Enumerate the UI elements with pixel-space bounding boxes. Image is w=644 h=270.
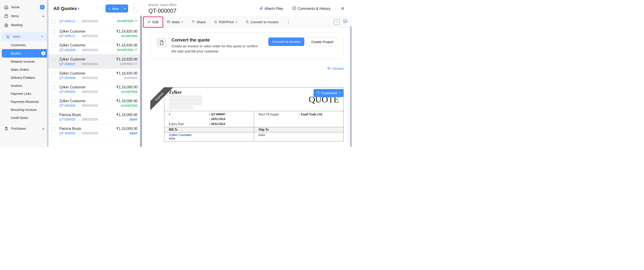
row-checkbox[interactable] <box>52 113 56 117</box>
quote-date: 28/02/2024 <box>82 34 98 38</box>
nav-delivery-challans[interactable]: Delivery Challans <box>11 74 48 82</box>
svg-point-16 <box>345 21 345 21</box>
nav-banking[interactable]: Banking <box>0 20 48 29</box>
caret-down-icon: ▼ <box>41 35 43 38</box>
detail-toolbar: Edit Mails ▼ Share PDF/Print ▼ <box>142 17 352 27</box>
comments-history-button[interactable]: Comments & History <box>292 6 330 11</box>
eye-icon <box>134 62 138 66</box>
quotes-list[interactable]: QT-000012|05/03/2024ACCEPTED Zylker Cust… <box>48 16 142 147</box>
pdf-print-button[interactable]: PDF/Print ▼ <box>210 17 242 27</box>
attach-files-button[interactable]: Attach Files <box>259 6 283 11</box>
list-scrollbar[interactable] <box>140 16 142 147</box>
svg-point-18 <box>327 67 330 69</box>
quote-row[interactable]: QT-000012|05/03/2024ACCEPTED <box>48 16 142 26</box>
bag-icon <box>4 126 8 131</box>
list-more-button[interactable]: ⋮ <box>130 4 138 12</box>
detail-body[interactable]: Convert the quote Create an invoice or s… <box>142 27 352 147</box>
viewed-indicator: Viewed <box>150 66 344 71</box>
customize-button[interactable]: Customize ▼ <box>314 89 344 97</box>
nav-purchases[interactable]: Purchases ▶ <box>0 124 48 133</box>
row-checkbox[interactable] <box>52 30 56 34</box>
quote-row[interactable]: Patricia Boyle₹1,18,000.00QT-000002|23/0… <box>48 124 142 138</box>
convert-to-invoice-button[interactable]: Convert to Invoice <box>242 17 283 27</box>
doc-ship-to-label: Ship To <box>254 127 344 132</box>
quote-row[interactable]: Patricia Boyle₹1,18,000.00QT-000003|28/0… <box>48 110 142 124</box>
row-checkbox[interactable] <box>52 86 56 90</box>
nav-home-badge: 2 <box>40 5 44 9</box>
nav-customers[interactable]: Customers <box>11 41 48 49</box>
new-quote-dropdown[interactable]: ▾ <box>122 4 128 12</box>
redacted-line <box>169 106 194 109</box>
nav-payment-links[interactable]: Payment Links <box>11 90 48 98</box>
toolbar-chat-button[interactable] <box>343 19 348 25</box>
nav-recurring-invoices[interactable]: Recurring Invoices <box>11 106 48 114</box>
row-checkbox[interactable] <box>52 44 56 48</box>
quote-id[interactable]: QT-000002 <box>59 132 76 135</box>
mails-button[interactable]: Mails ▼ <box>163 17 188 27</box>
quote-date: 23/02/2024 <box>82 132 98 135</box>
mail-icon <box>167 20 170 24</box>
doc-company-name: Zylker <box>169 90 308 95</box>
quote-date: 28/02/2024 <box>82 118 98 121</box>
list-filter-dropdown[interactable]: All Quotes ▾ <box>54 6 80 11</box>
quote-id[interactable]: QT-000003 <box>59 118 76 121</box>
plus-icon[interactable]: + <box>41 51 46 55</box>
cart-icon <box>5 34 10 39</box>
svg-point-6 <box>136 49 136 50</box>
detail-scrollbar[interactable] <box>350 26 352 147</box>
svg-rect-12 <box>215 20 216 23</box>
nav-home[interactable]: Home 2 <box>0 3 48 11</box>
quote-id[interactable]: QT-000012 <box>59 19 76 23</box>
svg-rect-13 <box>246 20 248 23</box>
quote-id[interactable]: QT-000006 <box>59 76 76 80</box>
nav-sales[interactable]: Sales ▼ <box>1 32 47 41</box>
row-checkbox[interactable] <box>52 58 56 62</box>
toolbar-more-button[interactable]: ⋮ <box>283 17 294 27</box>
quote-row[interactable]: Zylker Customer₹1,18,000.00QT-000005|28/… <box>48 82 142 96</box>
edit-button[interactable]: Edit <box>144 17 163 27</box>
quote-row[interactable]: Zylker Customer₹1,16,820.00QT-000011|28/… <box>48 26 142 40</box>
redacted-line <box>169 95 202 98</box>
separator <box>288 6 288 11</box>
row-checkbox[interactable] <box>52 127 56 131</box>
caret-right-icon: ▶ <box>43 15 44 17</box>
quotes-list-pane: All Quotes ▾ + New ▾ ⋮ QT-000012|05 <box>48 0 142 147</box>
create-project-button[interactable]: Create Project <box>307 37 338 46</box>
quote-row[interactable]: Zylker Customer₹1,16,820.00QT-000006|28/… <box>48 69 142 82</box>
quote-customer: Zylker Customer <box>59 29 86 33</box>
nav-sales-orders[interactable]: Sales Orders <box>11 66 48 74</box>
quote-row[interactable]: Zylker Customer₹1,16,820.00QT-000007|28/… <box>48 54 142 69</box>
row-checkbox[interactable] <box>52 72 56 76</box>
nav-retainer-invoices[interactable]: Retainer Invoices <box>11 58 48 66</box>
quote-row[interactable]: Zylker Customer₹1,16,820.00QT-000008|28/… <box>48 40 142 54</box>
nav-payments-received[interactable]: Payments Received <box>11 98 48 106</box>
nav-invoices[interactable]: Invoices <box>11 82 48 90</box>
quote-id[interactable]: QT-000007 <box>59 62 76 66</box>
quote-date: 28/02/2024 <box>82 62 98 66</box>
close-button[interactable]: ✕ <box>340 5 346 12</box>
quote-id[interactable]: QT-000005 <box>59 90 76 94</box>
quote-row[interactable]: Zylker Customer₹1,18,000.00QT-000004|28/… <box>48 96 142 110</box>
row-checkbox[interactable] <box>52 20 56 24</box>
share-button[interactable]: Share <box>188 17 210 27</box>
nav-items[interactable]: Items ▶ <box>0 11 48 20</box>
convert-card-desc: Create an invoice or sales order for thi… <box>172 43 264 54</box>
doc-customer-link[interactable]: Zylker Customer <box>169 133 249 137</box>
convert-to-invoice-primary-button[interactable]: Convert to Invoice <box>268 37 304 46</box>
document-icon <box>156 37 166 48</box>
redacted-line <box>169 102 202 106</box>
quote-status: ACCEPTED <box>121 34 138 38</box>
nav-quotes[interactable]: Quotes + <box>2 49 48 58</box>
quote-id[interactable]: QT-000011 <box>59 34 76 38</box>
toolbar-check-button[interactable]: ✓ <box>334 19 340 25</box>
sidebar-scrollbar[interactable] <box>47 0 48 147</box>
caret-right-icon: ▶ <box>43 128 44 130</box>
doc-bill-country: India <box>169 137 249 140</box>
quote-status: SENT <box>130 118 138 121</box>
quote-id[interactable]: QT-000004 <box>59 104 76 107</box>
quote-amount: ₹1,16,820.00 <box>116 71 138 75</box>
nav-credit-notes[interactable]: Credit Notes <box>11 114 48 122</box>
row-checkbox[interactable] <box>52 100 56 104</box>
new-quote-button[interactable]: + New <box>106 4 122 12</box>
quote-id[interactable]: QT-000008 <box>59 48 76 52</box>
